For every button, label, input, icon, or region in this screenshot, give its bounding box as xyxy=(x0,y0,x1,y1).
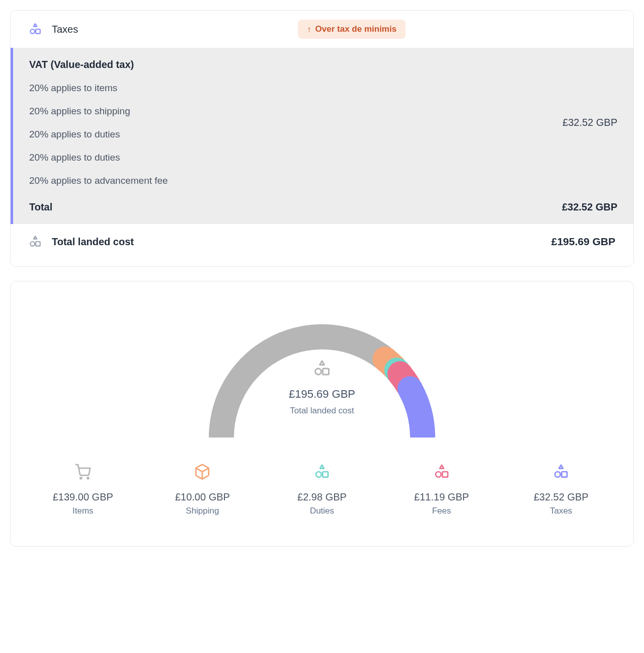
gauge-label: Total landed cost xyxy=(290,406,354,416)
vat-rule: 20% applies to duties xyxy=(29,129,168,140)
taxes-total-amount: £32.52 GBP xyxy=(562,201,617,213)
shapes-icon xyxy=(553,464,569,480)
legend-icon xyxy=(74,460,92,483)
legend-icon xyxy=(434,460,450,483)
legend-item-taxes: £32.52 GBP Taxes xyxy=(504,460,618,516)
legend-item-shipping: £10.00 GBP Shipping xyxy=(145,460,260,516)
shapes-icon xyxy=(29,235,42,248)
legend-icon xyxy=(194,460,211,483)
gauge-center: £195.69 GBP Total landed cost xyxy=(26,359,618,416)
cart-icon xyxy=(74,463,92,480)
shapes-icon xyxy=(313,359,331,378)
svg-rect-19 xyxy=(323,472,328,477)
chart-legend: £139.00 GBP Items £10.00 GBP Shipping £2… xyxy=(26,460,618,516)
svg-point-16 xyxy=(80,477,82,479)
svg-point-14 xyxy=(315,369,321,375)
total-landed-row: Total landed cost £195.69 GBP xyxy=(11,224,633,266)
legend-label: Fees xyxy=(432,506,451,516)
box-icon xyxy=(194,463,211,480)
gauge-value: £195.69 GBP xyxy=(289,388,355,401)
landed-cost-chart-card: £195.69 GBP Total landed cost £139.00 GB… xyxy=(10,281,634,547)
legend-label: Shipping xyxy=(186,506,219,516)
svg-point-2 xyxy=(30,242,35,246)
legend-value: £10.00 GBP xyxy=(175,491,230,503)
taxes-total-row: Total £32.52 GBP xyxy=(13,201,633,224)
svg-point-20 xyxy=(436,472,441,477)
svg-point-17 xyxy=(87,477,89,479)
vat-rules: VAT (Value-added tax) 20% applies to ite… xyxy=(29,59,168,186)
arrow-up-icon: ↑ xyxy=(307,25,311,34)
vat-rule: 20% applies to advancement fee xyxy=(29,175,168,186)
legend-value: £32.52 GBP xyxy=(534,491,589,503)
shapes-icon xyxy=(314,464,330,480)
svg-rect-1 xyxy=(36,29,40,34)
svg-rect-23 xyxy=(562,472,568,477)
total-landed-label: Total landed cost xyxy=(52,236,134,248)
legend-value: £2.98 GBP xyxy=(297,491,347,503)
legend-label: Items xyxy=(72,506,94,516)
taxes-title: Taxes xyxy=(52,24,78,35)
vat-rule: 20% applies to shipping xyxy=(29,106,168,117)
legend-value: £139.00 GBP xyxy=(53,491,113,503)
taxes-card: Taxes ↑ Over tax de minimis VAT (Value-a… xyxy=(10,10,634,267)
svg-rect-15 xyxy=(323,369,329,375)
svg-point-0 xyxy=(30,29,35,34)
vat-amount: £32.52 GBP xyxy=(562,117,617,128)
de-minimis-text: Over tax de minimis xyxy=(315,24,397,34)
shapes-icon xyxy=(29,23,42,36)
de-minimis-badge: ↑ Over tax de minimis xyxy=(298,20,406,39)
legend-label: Duties xyxy=(310,506,334,516)
vat-rule: 20% applies to duties xyxy=(29,152,168,163)
vat-rule: 20% applies to items xyxy=(29,83,168,94)
svg-point-22 xyxy=(555,472,560,477)
gauge-wrap: £195.69 GBP Total landed cost xyxy=(26,312,618,438)
vat-block: VAT (Value-added tax) 20% applies to ite… xyxy=(13,48,633,201)
total-landed-amount: £195.69 GBP xyxy=(551,236,615,248)
vat-title: VAT (Value-added tax) xyxy=(29,59,168,70)
legend-icon xyxy=(314,460,330,483)
taxes-header: Taxes ↑ Over tax de minimis xyxy=(11,11,633,48)
tax-detail-panel: VAT (Value-added tax) 20% applies to ite… xyxy=(11,48,633,224)
legend-item-duties: £2.98 GBP Duties xyxy=(265,460,379,516)
legend-item-fees: £11.19 GBP Fees xyxy=(384,460,499,516)
legend-value: £11.19 GBP xyxy=(414,491,469,503)
svg-rect-3 xyxy=(36,242,40,246)
taxes-total-label: Total xyxy=(29,201,52,213)
svg-rect-21 xyxy=(442,472,448,477)
legend-label: Taxes xyxy=(550,506,572,516)
legend-item-items: £139.00 GBP Items xyxy=(26,460,140,516)
shapes-icon xyxy=(434,464,450,480)
legend-icon xyxy=(553,460,569,483)
svg-point-18 xyxy=(316,472,321,477)
